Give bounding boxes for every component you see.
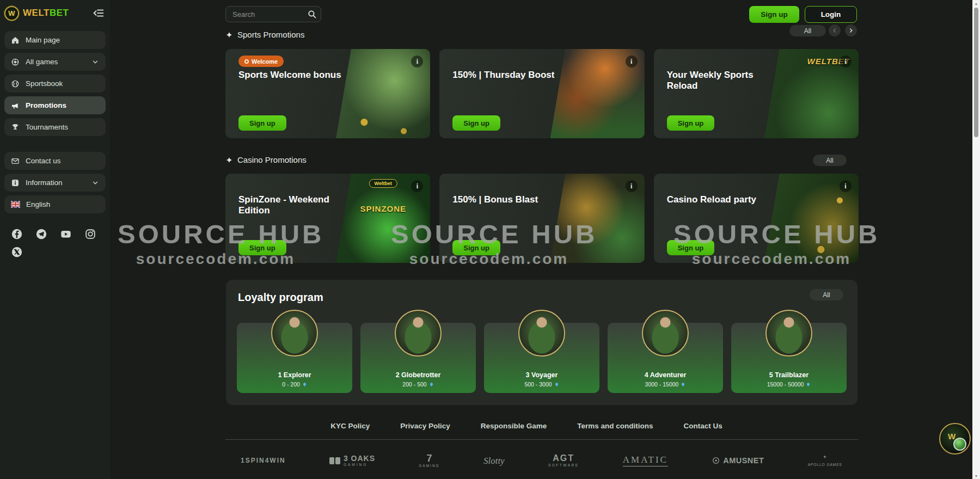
tier-avatar [271,310,318,357]
promo-card-casino-reload[interactable]: Casino Reload party Sign up i [654,174,859,263]
sidebar-item-tournaments[interactable]: Tournaments [4,118,106,136]
sidebar-item-label: English [26,200,50,208]
scrollbar-thumb[interactable] [974,8,978,137]
provider-logos-row: 1SPIN4WIN 3 OAKSGAMING 7GAMING Slotty AG… [241,446,842,475]
footer-link-terms[interactable]: Terms and conditions [577,422,653,430]
chevron-down-icon [91,58,99,66]
scrollbar-up-arrow[interactable]: ▲ [972,0,980,7]
sidebar-gap [0,140,110,152]
footer-link-responsible-game[interactable]: Responsible Game [481,422,547,430]
promo-card-thursday-boost[interactable]: 150% | Thursday Boost Sign up i [439,49,644,138]
info-icon[interactable]: i [840,56,852,67]
main-content: Sign up Login Sports Promotions All Welc… [110,0,972,479]
welcome-badge: Welcome [238,56,284,67]
sidebar-item-label: Tournaments [26,123,68,131]
sidebar-item-all-games[interactable]: All games [4,53,106,71]
login-button[interactable]: Login [805,6,857,23]
eye-icon [712,456,720,465]
brand-word-green: BET [50,8,69,18]
promo-card-bonus-blast[interactable]: 150% | Bonus Blast Sign up i [439,174,644,263]
instagram-icon[interactable] [84,228,96,240]
promo-image-badge: Weltbet [369,179,397,188]
page-scrollbar[interactable]: ▲ ▼ [972,0,980,479]
promo-title: SpinZone - Weekend Edition [238,194,351,217]
sidebar-nav: Main page All games Sportsbook Promotion… [0,31,110,213]
star-icon [821,454,829,462]
sidebar-item-promotions[interactable]: Promotions [4,96,106,114]
social-links-row2 [0,240,110,258]
sidebar-item-label: Sportsbook [26,79,63,88]
info-icon[interactable]: i [840,180,852,192]
sidebar-item-language-english[interactable]: English [4,195,106,213]
promo-signup-button[interactable]: Sign up [452,240,500,255]
footer-links: KYC Policy Privacy Policy Responsible Ga… [211,422,842,430]
sports-all-button[interactable]: All [789,25,826,36]
promo-title: Casino Reload party [667,194,756,205]
search-icon[interactable] [307,9,317,19]
sidebar-collapse-icon[interactable] [93,7,105,19]
chevron-down-icon [91,179,99,187]
support-chat-button[interactable]: W [939,423,971,455]
tier-name: 4 Adventurer [608,371,723,379]
tier-name: 1 Explorer [237,371,352,379]
promo-signup-button[interactable]: Sign up [238,240,286,255]
promo-card-weekly-reload[interactable]: WELTBET Your Weekly Sports Reload Sign u… [654,49,859,138]
sidebar-item-main-page[interactable]: Main page [4,31,106,49]
promo-signup-button[interactable]: Sign up [452,115,500,131]
footer-link-kyc[interactable]: KYC Policy [330,422,370,430]
scrollbar-down-arrow[interactable]: ▼ [972,472,980,479]
cards-icon [329,457,340,464]
info-icon [11,179,20,187]
x-twitter-icon[interactable] [11,246,23,258]
tier-avatar [395,310,442,357]
loyalty-all-button[interactable]: All [810,289,843,300]
promo-image-text: SPINZONE [360,204,406,213]
promo-title: 150% | Thursday Boost [452,70,554,81]
loyalty-tier-adventurer: 4 Adventurer 3000 - 15000 [608,323,723,393]
sidebar-item-contact-us[interactable]: Contact us [4,152,106,170]
gem-icon [806,382,811,387]
loyalty-tier-trailblazer: 5 Trailblazer 15000 - 50000 [731,323,847,393]
info-icon[interactable]: i [626,180,638,192]
sidebar-item-information[interactable]: Information [4,174,106,192]
brand-wordmark[interactable]: WELTBET [23,8,69,19]
promo-title: Sports Welcome bonus [238,70,341,81]
promo-signup-button[interactable]: Sign up [667,240,715,255]
promo-signup-button[interactable]: Sign up [238,115,286,131]
weltbet-logo-icon[interactable]: W [4,6,19,21]
facebook-icon[interactable] [11,228,23,240]
provider-logo-agt: AGTSOFTWARE [548,454,579,468]
promo-title: 150% | Bonus Blast [452,194,538,205]
promo-signup-button[interactable]: Sign up [667,115,715,131]
sparkle-icon [225,31,233,39]
games-chip-icon [11,58,20,66]
promo-card-sports-welcome[interactable]: Welcome Sports Welcome bonus Sign up i [225,49,430,138]
provider-logo-amusnet: AMUSNET [712,456,764,465]
info-icon[interactable]: i [626,56,638,67]
loyalty-program-section: Loyalty program All 1 Explorer 0 - 200 2… [226,280,857,405]
mail-icon [11,157,20,165]
sidebar-item-sportsbook[interactable]: Sportsbook [4,75,106,93]
carousel-next-icon[interactable] [845,24,857,36]
weltbet-promotions-page: W WELTBET Main page All games Sportsbook [0,0,980,479]
provider-logo-slotty: Slotty [483,456,505,465]
carousel-prev-icon[interactable] [829,24,841,36]
sparkle-icon [225,156,233,164]
casino-promotions-row: Weltbet SPINZONE SpinZone - Weekend Edit… [225,174,859,263]
signup-button[interactable]: Sign up [749,6,799,23]
telegram-icon[interactable] [35,228,47,240]
tier-range: 0 - 200 [237,381,352,388]
tier-range: 500 - 3000 [484,381,599,388]
chat-agent-avatar [953,438,966,451]
loyalty-tiers-row: 1 Explorer 0 - 200 2 Globetrotter 200 - … [237,323,847,393]
youtube-icon[interactable] [60,228,72,240]
casino-all-button[interactable]: All [813,155,847,166]
gem-icon [554,382,559,387]
sidebar-item-label: Contact us [26,157,61,165]
footer-link-contact[interactable]: Contact Us [684,422,722,430]
promo-card-spinzone[interactable]: Weltbet SPINZONE SpinZone - Weekend Edit… [225,174,430,263]
loyalty-tier-globetrotter: 2 Globetrotter 200 - 500 [360,323,476,393]
loyalty-title: Loyalty program [238,291,323,304]
tier-name: 5 Trailblazer [731,371,847,379]
footer-link-privacy[interactable]: Privacy Policy [400,422,450,430]
